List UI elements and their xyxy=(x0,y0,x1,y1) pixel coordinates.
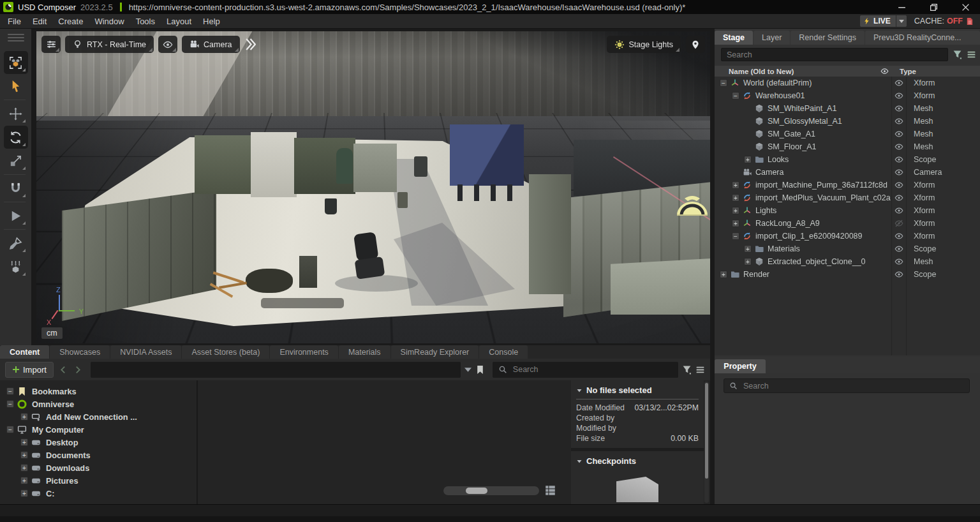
minimize-button[interactable] xyxy=(897,3,906,11)
content-row-bookmarks[interactable]: −Bookmarks xyxy=(0,385,197,398)
forward-button[interactable] xyxy=(73,366,84,374)
collapse-icon[interactable]: − xyxy=(6,426,14,433)
slider-handle[interactable] xyxy=(466,488,487,494)
content-row-omniverse[interactable]: −Omniverse xyxy=(0,398,197,410)
checkpoints-header[interactable]: Checkpoints xyxy=(571,451,704,468)
expand-icon[interactable]: + xyxy=(720,271,727,278)
selection-mode-tool[interactable] xyxy=(4,51,28,74)
waypoint-button[interactable] xyxy=(686,36,705,53)
physics-drop-tool[interactable] xyxy=(4,255,28,278)
eye-icon[interactable] xyxy=(891,206,906,215)
content-row-desktop[interactable]: +Desktop xyxy=(0,436,197,449)
stage-row-world-defaultprim[interactable]: −World (defaultPrim)Xform xyxy=(715,77,980,89)
eye-icon[interactable] xyxy=(891,193,906,202)
filter-icon[interactable] xyxy=(682,365,692,375)
tab-showcases[interactable]: Showcases xyxy=(50,345,110,359)
menu-window[interactable]: Window xyxy=(89,15,129,27)
play-tool[interactable] xyxy=(4,204,28,227)
property-search-input[interactable] xyxy=(742,381,964,391)
eye-icon[interactable] xyxy=(891,117,906,126)
double-chevron-icon[interactable] xyxy=(244,38,256,51)
tab-simready-explorer[interactable]: SimReady Explorer xyxy=(391,345,479,359)
expand-icon[interactable]: + xyxy=(20,438,28,446)
expand-icon[interactable]: + xyxy=(744,245,752,253)
tab-stage[interactable]: Stage xyxy=(715,31,753,45)
menu-file[interactable]: File xyxy=(3,15,26,27)
eye-icon[interactable] xyxy=(891,270,906,279)
expand-icon[interactable]: + xyxy=(20,464,28,472)
collapse-icon[interactable]: − xyxy=(732,232,739,240)
expand-icon[interactable]: + xyxy=(20,451,28,459)
content-row-add-new-connection[interactable]: +Add New Connection ... xyxy=(0,410,197,423)
live-dropdown-button[interactable] xyxy=(896,15,907,27)
stage-row-import-machine-pump-36a7112fc8d[interactable]: +import_Machine_Pump_36a7112fc8dXform xyxy=(715,179,980,191)
renderer-button[interactable]: RTX - Real-Time xyxy=(65,36,154,53)
live-button[interactable]: LIVE xyxy=(860,15,896,27)
eye-icon[interactable] xyxy=(891,257,906,266)
select-tool[interactable] xyxy=(4,75,28,98)
stage-row-looks[interactable]: +LooksScope xyxy=(715,153,980,166)
menu-edit[interactable]: Edit xyxy=(27,15,52,27)
collapse-icon[interactable]: − xyxy=(720,79,727,87)
paint-tool[interactable] xyxy=(4,232,28,255)
expand-icon[interactable]: + xyxy=(744,258,752,265)
stage-row-render[interactable]: +RenderScope xyxy=(715,268,980,281)
thumbnail-size-slider[interactable] xyxy=(443,486,539,495)
restore-button[interactable] xyxy=(929,3,938,11)
stage-row-materials[interactable]: +MaterialsScope xyxy=(715,242,980,255)
eye-icon[interactable] xyxy=(891,78,906,87)
tab-property[interactable]: Property xyxy=(715,359,766,373)
bookmark-icon[interactable] xyxy=(475,365,485,375)
expand-icon[interactable]: + xyxy=(744,156,752,163)
snap-tool[interactable] xyxy=(4,177,28,200)
content-row-c[interactable]: +C: xyxy=(0,487,197,500)
scale-tool[interactable] xyxy=(4,149,28,172)
tab-environments[interactable]: Environments xyxy=(270,345,338,359)
back-button[interactable] xyxy=(57,366,69,374)
visibility-column-icon[interactable] xyxy=(877,67,892,75)
stage-row-extracted-object-clone-0[interactable]: +Extracted_object_Clone__0Mesh xyxy=(715,255,980,268)
expand-icon[interactable]: + xyxy=(732,181,739,189)
move-tool[interactable] xyxy=(4,102,28,125)
content-row-pictures[interactable]: +Pictures xyxy=(0,474,197,487)
eye-icon[interactable] xyxy=(891,232,906,241)
column-name[interactable]: Name (Old to New) xyxy=(715,68,877,75)
menu-help[interactable]: Help xyxy=(198,15,225,27)
viewport-settings-button[interactable] xyxy=(41,36,61,53)
stage-row-camera[interactable]: CameraCamera xyxy=(715,166,980,179)
expand-icon[interactable]: + xyxy=(20,489,28,497)
stage-row-warehouse01[interactable]: −Warehouse01Xform xyxy=(715,89,980,102)
eye-off-icon[interactable] xyxy=(891,219,906,228)
viewport[interactable]: RTX - Real-Time Camera Stage Lights xyxy=(36,31,710,343)
menu-create[interactable]: Create xyxy=(53,15,88,27)
eye-icon[interactable] xyxy=(891,168,906,177)
stage-row-sm-gate-a1[interactable]: SM_Gate_A1Mesh xyxy=(715,128,980,140)
path-dropdown-icon[interactable] xyxy=(464,368,471,372)
expand-icon[interactable]: + xyxy=(20,413,28,421)
content-search-input[interactable] xyxy=(512,364,672,375)
eye-icon[interactable] xyxy=(891,181,906,190)
stage-row-import-medplus-vacuum-plant-c02a[interactable]: +import_MedPlus_Vacuum_Plant_c02aXform xyxy=(715,191,980,204)
eye-icon[interactable] xyxy=(891,142,906,151)
stage-row-racklong-a8-a9[interactable]: +RackLong_A8_A9Xform xyxy=(715,217,980,230)
expand-icon[interactable]: + xyxy=(732,220,739,227)
menu-tools[interactable]: Tools xyxy=(131,15,160,27)
content-row-downloads[interactable]: +Downloads xyxy=(0,461,197,474)
scrollbar-thumb[interactable] xyxy=(705,383,708,479)
tab-asset-stores-beta[interactable]: Asset Stores (beta) xyxy=(182,345,269,359)
menu-layout[interactable]: Layout xyxy=(161,15,197,27)
eye-icon[interactable] xyxy=(891,155,906,164)
content-grid-area[interactable] xyxy=(199,380,570,504)
filter-icon[interactable] xyxy=(953,50,962,59)
tab-layer[interactable]: Layer xyxy=(754,31,790,45)
stage-row-sm-whitepaint-a1[interactable]: SM_WhitePaint_A1Mesh xyxy=(715,102,980,115)
stage-row-sm-floor-a1[interactable]: SM_Floor_A1Mesh xyxy=(715,140,980,153)
eye-icon[interactable] xyxy=(891,130,906,138)
expand-icon[interactable]: + xyxy=(20,477,28,484)
path-input[interactable] xyxy=(91,362,461,378)
units-badge[interactable]: cm xyxy=(41,327,63,339)
camera-button[interactable]: Camera xyxy=(182,36,239,53)
stage-row-import-clip-1-e62009420089[interactable]: −import_Clip_1_e62009420089Xform xyxy=(715,230,980,242)
stage-row-lights[interactable]: +LightsXform xyxy=(715,204,980,217)
collapse-icon[interactable]: − xyxy=(6,387,14,395)
